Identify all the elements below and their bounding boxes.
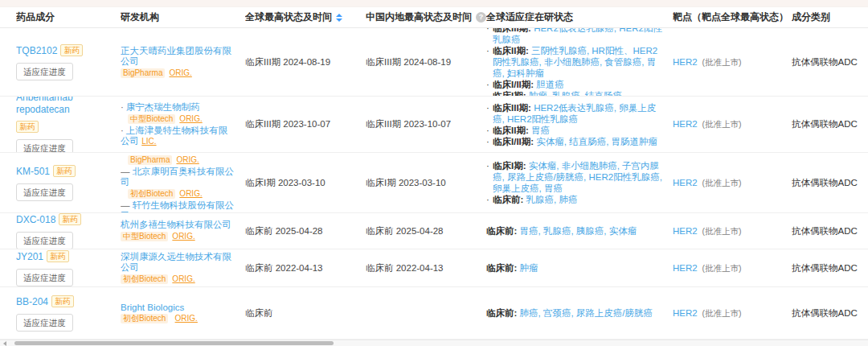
scroll-left-icon[interactable] <box>3 341 6 346</box>
indication-phase-line: ·临床II期: 三阴性乳腺癌, HR阳性、HER2阴性乳腺癌, 非小细胞肺癌, … <box>486 45 663 79</box>
license-tag-link[interactable]: ORIG. <box>179 114 202 123</box>
indication-link[interactable]: 胃肠道肿瘤 <box>612 137 658 146</box>
indication-link[interactable]: 三阴性乳腺癌 <box>531 46 587 56</box>
category-text: 抗体偶联物ADC <box>792 308 858 318</box>
indication-link[interactable]: 胃癌 <box>520 226 538 236</box>
org-type-badge: BigPharma <box>121 68 165 78</box>
indication-link[interactable]: 乳腺癌 <box>552 91 580 97</box>
org-cell: ·四环医药控股集团有限公司BigPharmaORIG.—北京康明百奥科技有限公司… <box>121 153 245 213</box>
horizontal-scrollbar[interactable] <box>0 340 868 346</box>
indication-link[interactable]: HER2阳性乳腺癌 <box>507 114 578 124</box>
license-tag-link[interactable]: ORIG. <box>179 189 202 198</box>
drug-name-link[interactable]: DXC-018 <box>16 214 55 225</box>
indication-link[interactable]: 肿瘤 <box>520 263 538 273</box>
org-tags-line: 初创BiotechORIG. <box>121 188 235 199</box>
license-tag-link[interactable]: ORIG. <box>175 314 198 323</box>
indication-link[interactable]: 尿路上皮癌/膀胱癌 <box>507 172 583 182</box>
target-link[interactable]: HER2 <box>673 263 698 273</box>
indication-link[interactable]: 卵巢上皮癌 <box>493 183 539 193</box>
org-tags-line: BigPharmaORIG. <box>121 68 235 78</box>
org-name-link[interactable]: 康宁杰瑞生物制药 <box>126 102 200 112</box>
indication-link[interactable]: 胃癌 <box>531 126 550 135</box>
indication-link[interactable]: 非小细胞肺癌 <box>562 161 617 171</box>
drug-name-link[interactable]: Anbenitamab repodatecan <box>16 97 73 115</box>
indication-link[interactable]: 实体瘤 <box>529 161 557 171</box>
indication-separator: , <box>660 172 662 182</box>
indication-link[interactable]: 非小细胞肺癌 <box>544 57 600 67</box>
category-text: 抗体偶联物ADC <box>792 57 858 67</box>
org-name-link[interactable]: 轩竹生物科技股份有限公司 <box>121 200 234 214</box>
license-tag-link[interactable]: ORIG. <box>172 274 194 283</box>
target-link[interactable]: HER2 <box>673 178 698 187</box>
org-block: 深圳康源久远生物技术有限公司初创BiotechORIG. <box>121 252 235 284</box>
target-link[interactable]: HER2 <box>673 57 698 67</box>
indication-link[interactable]: 宫颈癌 <box>543 308 571 318</box>
indication-link[interactable]: HER2阳性乳腺癌 <box>588 172 659 182</box>
indication-progress-button[interactable]: 适应症进度 <box>16 183 73 201</box>
indication-link[interactable]: 乳腺癌 <box>543 226 571 236</box>
indication-link[interactable]: HER2低表达乳腺癌 <box>534 103 614 113</box>
indication-progress-button[interactable]: 适应症进度 <box>16 269 73 286</box>
scrollbar-thumb[interactable] <box>14 341 334 345</box>
indication-link[interactable]: 胰腺癌 <box>576 226 604 236</box>
indication-bullet: · <box>486 194 489 205</box>
column-header-label: 中国内地最高状态及时间 <box>366 10 472 24</box>
indication-link[interactable]: 实体瘤 <box>609 226 637 236</box>
indication-link[interactable]: 胃癌 <box>544 183 563 193</box>
indication-link[interactable]: 肺癌 <box>559 195 577 204</box>
indication-progress-button[interactable]: 适应症进度 <box>16 232 73 249</box>
org-name-link[interactable]: 北京康明百奥科技有限公司 <box>121 167 234 187</box>
org-name-link[interactable]: 深圳康源久远生物技术有限公司 <box>121 252 231 272</box>
indication-link[interactable]: 结直肠癌 <box>569 137 606 146</box>
indication-link[interactable]: 肺癌 <box>520 308 538 318</box>
drug-name-link[interactable]: BB-204 <box>16 296 48 307</box>
indication-link[interactable]: 食管腺癌 <box>604 57 641 67</box>
license-tag-link[interactable]: ORIG. <box>172 232 194 241</box>
org-name-line: 正大天晴药业集团股份有限公司 <box>121 46 235 67</box>
org-name-link[interactable]: 正大天晴药业集团股份有限公司 <box>121 46 231 66</box>
indication-link[interactable]: 尿路上皮癌/膀胱癌 <box>576 308 653 318</box>
category-cell: 抗体偶联物ADC <box>792 54 868 71</box>
indication-progress-button[interactable]: 适应症进度 <box>16 63 73 80</box>
drug-name-link[interactable]: JY201 <box>16 251 43 262</box>
caret-down-icon <box>336 19 342 22</box>
drug-name-line: TQB2102新药 <box>16 44 111 57</box>
org-name-link[interactable]: Bright Biologics <box>121 303 184 312</box>
indication-link[interactable]: HER2低表达乳腺癌 <box>534 28 614 33</box>
indication-phase-line: ·临床I期: 实体瘤, 非小细胞肺癌, 子宫内膜癌, 尿路上皮癌/膀胱癌, HE… <box>486 160 663 194</box>
indication-progress-button[interactable]: 适应症进度 <box>16 314 73 332</box>
indication-link[interactable]: 妇科肿瘤 <box>507 68 544 78</box>
indication-link[interactable]: 结直肠癌 <box>585 91 622 97</box>
indication-progress-button[interactable]: 适应症进度 <box>16 139 73 153</box>
target-link[interactable]: HER2 <box>673 226 698 236</box>
license-tag-link[interactable]: ORIG. <box>176 155 199 164</box>
column-header-1: 药品成分 <box>16 10 121 24</box>
indication-link[interactable]: 肿瘤 <box>529 91 547 97</box>
global-status-text: 临床III期 2024-08-19 <box>245 57 330 67</box>
new-drug-badge: 新药 <box>51 295 74 307</box>
category-text: 抗体偶联物ADC <box>792 263 858 273</box>
indication-link[interactable]: 实体瘤 <box>536 137 564 146</box>
target-link[interactable]: HER2 <box>673 119 698 129</box>
global-status-text: 临床III期 2023-10-07 <box>245 119 330 129</box>
help-icon[interactable]: ? <box>476 12 486 23</box>
drug-name-link[interactable]: TQB2102 <box>16 45 57 56</box>
drug-cell: KM-501新药适应症进度 <box>16 162 121 204</box>
indication-link[interactable]: 乳腺癌 <box>526 195 555 204</box>
org-cell: 杭州多禧生物科技有限公司中型BiotechORIG. <box>121 216 245 246</box>
indication-phase-line: ·临床前: 乳腺癌, 肺癌 <box>486 194 663 205</box>
drug-name-link[interactable]: KM-501 <box>16 166 50 177</box>
license-tag-link[interactable]: LIC. <box>141 137 156 146</box>
license-tag-link[interactable]: ORIG. <box>169 68 191 77</box>
org-bullet: · <box>121 102 124 112</box>
target-link[interactable]: HER2 <box>673 308 698 318</box>
sort-icon[interactable] <box>336 14 342 22</box>
global-status-cell: 临床前 <box>245 305 366 322</box>
china-status-text: 临床III期 2024-08-19 <box>366 57 451 67</box>
table-body: TQB2102新药适应症进度正大天晴药业集团股份有限公司BigPharmaORI… <box>0 28 868 340</box>
org-name-link[interactable]: 杭州多禧生物科技有限公司 <box>121 220 231 229</box>
indication-phase-line: ·临床III期: HER2低表达乳腺癌, 卵巢上皮癌, HER2阳性乳腺癌 <box>486 102 663 125</box>
org-name-link[interactable]: 上海津曼特生物科技有限公司 <box>121 126 227 146</box>
category-text: 抗体偶联物ADC <box>792 178 858 187</box>
indication-link[interactable]: 胆道癌 <box>536 80 564 89</box>
